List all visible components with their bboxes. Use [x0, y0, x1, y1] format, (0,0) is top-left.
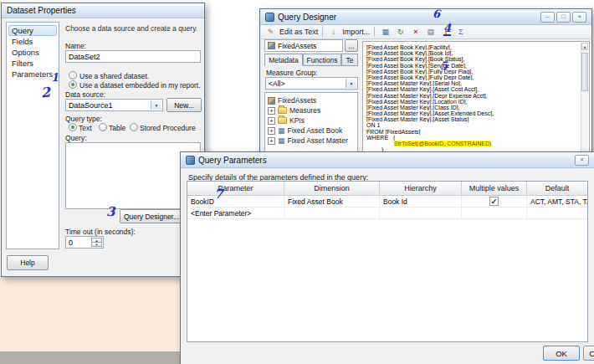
folder-icon: [278, 117, 287, 124]
query-text-line: ON 1: [366, 122, 579, 128]
mdx-query-text[interactable]: [Fixed Asset Book Key].[Facility], [Fixe…: [366, 44, 579, 152]
expander-icon[interactable]: +: [268, 107, 275, 115]
help-button[interactable]: Help: [7, 255, 49, 270]
import-icon[interactable]: ↓: [327, 27, 340, 38]
import-button[interactable]: Import...: [342, 28, 370, 36]
measure-group-combo[interactable]: <All> ▼: [265, 77, 358, 90]
column-header-hierarchy: Hierarchy: [380, 182, 462, 195]
expander-icon[interactable]: +: [268, 137, 275, 145]
shared-dataset-label[interactable]: Use a shared dataset.: [79, 72, 149, 80]
data-source-combo[interactable]: DataSource1 ▼: [65, 99, 163, 111]
query-text-line: [Fixed Asset Master Key].[Asset Extended…: [366, 110, 579, 116]
data-source-label: Data source:: [65, 90, 105, 99]
toolbar-separator: [374, 27, 375, 37]
parameter-cell[interactable]: <Enter Parameter>: [187, 208, 284, 218]
maximize-icon[interactable]: □: [556, 12, 571, 23]
data-source-value: DataSource1: [69, 101, 113, 110]
dimension-cell[interactable]: [284, 208, 380, 218]
tree-item-kpis[interactable]: + KPIs: [265, 115, 357, 126]
dataset-properties-titlebar[interactable]: Dataset Properties: [2, 3, 204, 18]
column-header-default: Default: [527, 182, 587, 195]
timeout-spinner[interactable]: 0 ▲ ▼: [65, 236, 104, 249]
tab-templates[interactable]: Te: [341, 54, 358, 66]
cancel-button[interactable]: Cancel: [583, 346, 594, 361]
nav-item-filters[interactable]: Filters: [8, 58, 57, 69]
spinner-down-icon[interactable]: ▼: [91, 242, 102, 247]
query-type-table-radio[interactable]: [99, 123, 107, 131]
edit-as-text-button[interactable]: Edit as Text: [279, 28, 318, 36]
tree-item-cube[interactable]: FixedAssets: [265, 95, 357, 105]
aggregations-icon[interactable]: Σ: [454, 27, 467, 38]
tree-item-fixed-asset-master[interactable]: + ▦ Fixed Asset Master: [265, 136, 357, 146]
query-type-sp-radio[interactable]: [130, 123, 138, 131]
nav-item-options[interactable]: Options: [8, 47, 57, 58]
hierarchy-cell[interactable]: [380, 208, 462, 218]
scroll-up-icon[interactable]: ▲: [581, 43, 588, 50]
tab-functions[interactable]: Functions: [303, 54, 341, 66]
query-type-sp-label[interactable]: Stored Procedure: [140, 124, 196, 132]
default-cell[interactable]: [527, 208, 587, 218]
cube-browse-button[interactable]: ...: [345, 39, 358, 52]
column-header-parameter: Parameter: [187, 182, 284, 195]
close-icon[interactable]: ×: [572, 12, 586, 23]
minimize-icon[interactable]: –: [540, 12, 555, 23]
expander-icon[interactable]: +: [268, 117, 275, 125]
design-mode-icon[interactable]: ▦: [379, 27, 392, 38]
measure-group-label: Measure Group:: [266, 69, 317, 77]
query-text-line: [Fixed Asset Master Key].[Asset Cost Acc…: [366, 86, 579, 92]
dialog-title: Query Designer: [278, 13, 336, 22]
ok-button[interactable]: OK: [543, 346, 580, 361]
query-type-text-radio[interactable]: [69, 123, 77, 131]
tree-item-label: FixedAssets: [278, 96, 316, 105]
status-strip: [0, 351, 181, 364]
annotation-step-2: 2: [40, 85, 51, 100]
annotation-step-7: 7: [214, 188, 223, 201]
nav-item-parameters[interactable]: Parameters: [8, 69, 57, 79]
delete-icon[interactable]: ×: [409, 27, 422, 38]
query-type-text-label[interactable]: Text: [79, 124, 92, 132]
dialog-title: Dataset Properties: [7, 6, 76, 15]
query-designer-titlebar[interactable]: Query Designer – □ ×: [260, 9, 591, 25]
scrollbar-thumb[interactable]: [581, 53, 588, 91]
dimension-cell[interactable]: Fixed Asset Book: [284, 196, 380, 207]
cube-selector[interactable]: FixedAssets: [264, 39, 343, 52]
query-type-table-label[interactable]: Table: [109, 124, 125, 132]
query-parameters-icon: [186, 156, 195, 165]
annotation-step-5: 5: [440, 60, 448, 71]
refresh-icon[interactable]: ↻: [394, 27, 407, 38]
query-text-line: [Fixed Asset Book Key].[Book Status],: [366, 56, 579, 62]
tree-item-fixed-asset-book[interactable]: + ▦ Fixed Asset Book: [265, 126, 357, 136]
edit-as-text-icon[interactable]: ✎: [264, 27, 277, 38]
query-parameters-dialog: Query Parameters × Specify details of th…: [180, 151, 594, 364]
dropdown-arrow-icon[interactable]: ▼: [151, 100, 161, 110]
show-empty-cells-icon[interactable]: ▤: [424, 27, 437, 38]
shared-dataset-radio[interactable]: [69, 71, 77, 79]
query-parameters-titlebar[interactable]: Query Parameters ×: [181, 152, 594, 168]
query-text-line: [Fixed Asset Book Key].[Fully Depr Date]…: [366, 74, 579, 80]
close-icon[interactable]: ×: [575, 155, 589, 166]
query-text-line: [Fixed Asset Master Key].[Asset Status]: [366, 116, 579, 122]
new-data-source-button[interactable]: New...: [166, 98, 202, 112]
name-label: Name:: [65, 42, 86, 50]
default-cell[interactable]: ACT, AMT, STA, TAX: [527, 196, 587, 207]
dropdown-arrow-icon[interactable]: ▼: [346, 79, 356, 88]
nav-item-query[interactable]: Query: [8, 25, 57, 36]
embedded-dataset-label[interactable]: Use a dataset embedded in my report.: [79, 81, 201, 90]
expander-icon[interactable]: +: [268, 127, 275, 135]
multiple-values-checkbox[interactable]: ✓: [489, 197, 499, 206]
query-designer-button[interactable]: Query Designer...: [120, 209, 183, 223]
query-text-line: [Fixed Asset Book Key].[Facility],: [366, 44, 579, 50]
toolbar-separator: [322, 27, 323, 37]
hierarchy-cell[interactable]: Book Id: [380, 196, 462, 207]
report-design-surface: [0, 277, 181, 351]
parameter-cell[interactable]: BookID: [187, 196, 284, 207]
tab-metadata[interactable]: Metadata: [264, 54, 303, 66]
dataset-name-input[interactable]: DataSet2: [65, 50, 201, 63]
nav-item-fields[interactable]: Fields: [8, 36, 57, 47]
embedded-dataset-radio[interactable]: [69, 80, 77, 89]
dimension-icon: ▦: [278, 137, 285, 145]
parameters-grid: Parameter Dimension Hierarchy Multiple v…: [187, 181, 588, 342]
query-text-line: FROM [FixedAssets]: [366, 129, 579, 135]
timeout-label: Time out (in seconds):: [65, 228, 136, 236]
tree-item-measures[interactable]: + Measures: [265, 105, 357, 115]
